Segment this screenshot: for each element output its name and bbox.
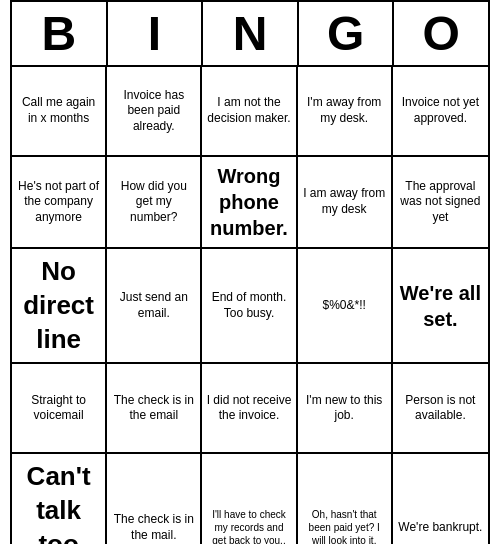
bingo-cell-5: He's not part of the company anymore [12, 157, 107, 249]
bingo-cell-8: I am away from my desk [298, 157, 393, 249]
bingo-cell-9: The approval was not signed yet [393, 157, 488, 249]
bingo-cell-23: Oh, hasn't that been paid yet? I will lo… [298, 454, 393, 544]
bingo-cell-7: Wrong phone number. [202, 157, 297, 249]
bingo-cell-21: The check is in the mail. [107, 454, 202, 544]
bingo-cell-15: Straight to voicemail [12, 364, 107, 454]
bingo-cell-3: I'm away from my desk. [298, 67, 393, 157]
bingo-cell-0: Call me again in x months [12, 67, 107, 157]
bingo-card: BINGO Call me again in x monthsInvoice h… [10, 0, 490, 544]
bingo-cell-4: Invoice not yet approved. [393, 67, 488, 157]
header-letter-i: I [108, 2, 204, 65]
bingo-cell-11: Just send an email. [107, 249, 202, 364]
bingo-cell-19: Person is not available. [393, 364, 488, 454]
bingo-cell-13: $%0&*!! [298, 249, 393, 364]
bingo-cell-18: I'm new to this job. [298, 364, 393, 454]
bingo-grid: Call me again in x monthsInvoice has bee… [12, 67, 488, 544]
bingo-cell-22: I'll have to check my records and get ba… [202, 454, 297, 544]
header-letter-n: N [203, 2, 299, 65]
bingo-cell-6: How did you get my number? [107, 157, 202, 249]
bingo-cell-14: We're all set. [393, 249, 488, 364]
bingo-cell-12: End of month. Too busy. [202, 249, 297, 364]
bingo-cell-16: The check is in the email [107, 364, 202, 454]
bingo-header: BINGO [12, 2, 488, 67]
bingo-cell-10: No direct line [12, 249, 107, 364]
bingo-cell-20: Can't talk too busy [12, 454, 107, 544]
bingo-cell-1: Invoice has been paid already. [107, 67, 202, 157]
bingo-cell-2: I am not the decision maker. [202, 67, 297, 157]
bingo-cell-24: We're bankrupt. [393, 454, 488, 544]
header-letter-o: O [394, 2, 488, 65]
header-letter-b: B [12, 2, 108, 65]
bingo-cell-17: I did not receive the invoice. [202, 364, 297, 454]
header-letter-g: G [299, 2, 395, 65]
